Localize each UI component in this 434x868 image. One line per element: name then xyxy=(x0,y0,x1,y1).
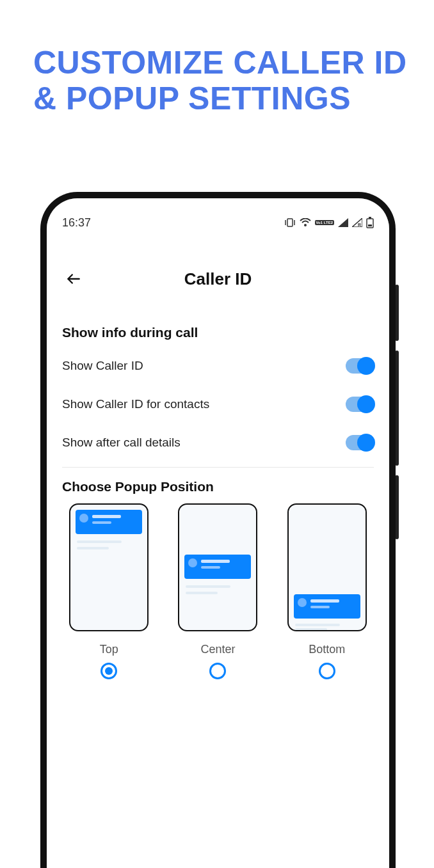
volte-badge: Vo1 LTE2 xyxy=(315,220,334,225)
device-frame: 16:37 Vo1 LTE2 R xyxy=(40,192,396,868)
position-preview-center[interactable] xyxy=(178,503,257,631)
screen: 16:37 Vo1 LTE2 R xyxy=(47,198,389,868)
radio-top[interactable] xyxy=(100,663,117,679)
svg-rect-9 xyxy=(368,225,372,226)
position-preview-top[interactable] xyxy=(69,503,149,631)
popup-position-row: Top Center Bottom xyxy=(62,503,374,679)
section-title-popup-position: Choose Popup Position xyxy=(62,479,374,494)
position-option-center: Center xyxy=(171,503,264,679)
setting-label: Show after call details xyxy=(62,436,181,450)
divider xyxy=(62,467,374,468)
status-icons: Vo1 LTE2 R xyxy=(284,217,374,228)
section-title-show-info: Show info during call xyxy=(62,325,374,340)
position-preview-bottom[interactable] xyxy=(287,503,367,631)
svg-point-3 xyxy=(304,224,307,226)
svg-marker-4 xyxy=(338,218,348,227)
setting-row-show-caller-id: Show Caller ID xyxy=(62,347,374,385)
back-button[interactable] xyxy=(61,266,86,292)
signal-icon xyxy=(338,218,348,227)
setting-row-show-caller-id-contacts: Show Caller ID for contacts xyxy=(62,385,374,423)
position-label: Bottom xyxy=(309,643,345,656)
wifi-icon xyxy=(300,218,311,227)
toggle-show-caller-id[interactable] xyxy=(346,358,374,374)
content: Show info during call Show Caller ID Sho… xyxy=(47,313,389,868)
svg-rect-0 xyxy=(287,219,293,226)
vibrate-icon xyxy=(284,217,296,228)
position-option-bottom: Bottom xyxy=(280,503,374,679)
status-bar: 16:37 Vo1 LTE2 R xyxy=(47,212,389,233)
position-label: Center xyxy=(200,643,235,656)
battery-icon xyxy=(366,217,374,228)
setting-label: Show Caller ID for contacts xyxy=(62,397,209,411)
setting-row-show-after-call: Show after call details xyxy=(62,423,374,462)
arrow-left-icon xyxy=(65,271,82,287)
toggle-show-caller-id-contacts[interactable] xyxy=(346,397,374,412)
setting-label: Show Caller ID xyxy=(62,359,143,373)
promo-title: CUSTOMIZE CALLER ID & POPUP SETTINGS xyxy=(33,45,411,116)
toggle-show-after-call[interactable] xyxy=(346,435,374,450)
page-title: Caller ID xyxy=(47,269,389,289)
radio-center[interactable] xyxy=(209,663,226,679)
position-label: Top xyxy=(100,643,118,656)
status-time: 16:37 xyxy=(62,216,91,230)
svg-text:R: R xyxy=(358,223,361,227)
app-header: Caller ID xyxy=(47,260,389,298)
signal-roaming-icon: R xyxy=(352,218,362,227)
position-option-top: Top xyxy=(62,503,156,679)
svg-rect-8 xyxy=(369,217,371,219)
radio-bottom[interactable] xyxy=(319,663,335,679)
